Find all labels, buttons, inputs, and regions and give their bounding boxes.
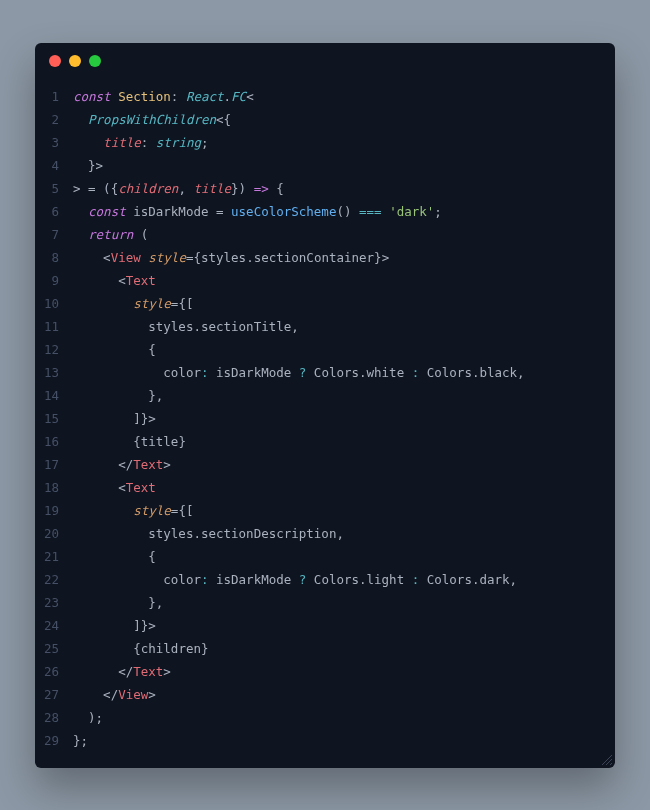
code-line[interactable]: 24 ]}> bbox=[43, 614, 601, 637]
line-number: 7 bbox=[43, 223, 73, 246]
code-content[interactable]: </View> bbox=[73, 683, 601, 706]
code-content[interactable]: <View style={styles.sectionContainer}> bbox=[73, 246, 601, 269]
code-line[interactable]: 26 </Text> bbox=[43, 660, 601, 683]
code-content[interactable]: styles.sectionTitle, bbox=[73, 315, 601, 338]
window-titlebar bbox=[35, 43, 615, 79]
code-line[interactable]: 11 styles.sectionTitle, bbox=[43, 315, 601, 338]
code-content[interactable]: }, bbox=[73, 384, 601, 407]
code-line[interactable]: 6 const isDarkMode = useColorScheme() ==… bbox=[43, 200, 601, 223]
code-content[interactable]: style={[ bbox=[73, 499, 601, 522]
line-number: 17 bbox=[43, 453, 73, 476]
code-content[interactable]: { bbox=[73, 338, 601, 361]
code-content[interactable]: }, bbox=[73, 591, 601, 614]
code-line[interactable]: 16 {title} bbox=[43, 430, 601, 453]
code-content[interactable]: > = ({children, title}) => { bbox=[73, 177, 601, 200]
code-line[interactable]: 1const Section: React.FC< bbox=[43, 85, 601, 108]
resize-handle-icon[interactable] bbox=[602, 755, 612, 765]
code-content[interactable]: ]}> bbox=[73, 407, 601, 430]
code-line[interactable]: 19 style={[ bbox=[43, 499, 601, 522]
line-number: 6 bbox=[43, 200, 73, 223]
code-line[interactable]: 20 styles.sectionDescription, bbox=[43, 522, 601, 545]
line-number: 28 bbox=[43, 706, 73, 729]
code-line[interactable]: 17 </Text> bbox=[43, 453, 601, 476]
line-number: 11 bbox=[43, 315, 73, 338]
code-line[interactable]: 7 return ( bbox=[43, 223, 601, 246]
code-content[interactable]: style={[ bbox=[73, 292, 601, 315]
zoom-icon[interactable] bbox=[89, 55, 101, 67]
code-line[interactable]: 15 ]}> bbox=[43, 407, 601, 430]
code-content[interactable]: return ( bbox=[73, 223, 601, 246]
code-content[interactable]: </Text> bbox=[73, 660, 601, 683]
code-content[interactable]: title: string; bbox=[73, 131, 601, 154]
line-number: 18 bbox=[43, 476, 73, 499]
line-number: 22 bbox=[43, 568, 73, 591]
code-line[interactable]: 3 title: string; bbox=[43, 131, 601, 154]
code-content[interactable]: {title} bbox=[73, 430, 601, 453]
close-icon[interactable] bbox=[49, 55, 61, 67]
code-line[interactable]: 21 { bbox=[43, 545, 601, 568]
line-number: 23 bbox=[43, 591, 73, 614]
line-number: 27 bbox=[43, 683, 73, 706]
code-line[interactable]: 12 { bbox=[43, 338, 601, 361]
line-number: 29 bbox=[43, 729, 73, 752]
code-content[interactable]: <Text bbox=[73, 269, 601, 292]
code-line[interactable]: 22 color: isDarkMode ? Colors.light : Co… bbox=[43, 568, 601, 591]
line-number: 9 bbox=[43, 269, 73, 292]
code-line[interactable]: 29}; bbox=[43, 729, 601, 752]
code-line[interactable]: 9 <Text bbox=[43, 269, 601, 292]
code-content[interactable]: {children} bbox=[73, 637, 601, 660]
line-number: 4 bbox=[43, 154, 73, 177]
code-content[interactable]: { bbox=[73, 545, 601, 568]
line-number: 20 bbox=[43, 522, 73, 545]
line-number: 19 bbox=[43, 499, 73, 522]
code-content[interactable]: const Section: React.FC< bbox=[73, 85, 601, 108]
line-number: 5 bbox=[43, 177, 73, 200]
line-number: 24 bbox=[43, 614, 73, 637]
code-window: 1const Section: React.FC<2 PropsWithChil… bbox=[35, 43, 615, 768]
code-content[interactable]: color: isDarkMode ? Colors.light : Color… bbox=[73, 568, 601, 591]
line-number: 16 bbox=[43, 430, 73, 453]
code-line[interactable]: 5> = ({children, title}) => { bbox=[43, 177, 601, 200]
line-number: 14 bbox=[43, 384, 73, 407]
code-line[interactable]: 18 <Text bbox=[43, 476, 601, 499]
code-line[interactable]: 27 </View> bbox=[43, 683, 601, 706]
minimize-icon[interactable] bbox=[69, 55, 81, 67]
code-line[interactable]: 4 }> bbox=[43, 154, 601, 177]
code-content[interactable]: ); bbox=[73, 706, 601, 729]
code-line[interactable]: 10 style={[ bbox=[43, 292, 601, 315]
code-line[interactable]: 25 {children} bbox=[43, 637, 601, 660]
code-content[interactable]: PropsWithChildren<{ bbox=[73, 108, 601, 131]
line-number: 26 bbox=[43, 660, 73, 683]
code-content[interactable]: </Text> bbox=[73, 453, 601, 476]
code-content[interactable]: ]}> bbox=[73, 614, 601, 637]
code-content[interactable]: styles.sectionDescription, bbox=[73, 522, 601, 545]
code-line[interactable]: 13 color: isDarkMode ? Colors.white : Co… bbox=[43, 361, 601, 384]
svg-line-2 bbox=[610, 763, 612, 765]
code-line[interactable]: 8 <View style={styles.sectionContainer}> bbox=[43, 246, 601, 269]
line-number: 12 bbox=[43, 338, 73, 361]
line-number: 15 bbox=[43, 407, 73, 430]
line-number: 10 bbox=[43, 292, 73, 315]
code-line[interactable]: 2 PropsWithChildren<{ bbox=[43, 108, 601, 131]
code-line[interactable]: 28 ); bbox=[43, 706, 601, 729]
line-number: 2 bbox=[43, 108, 73, 131]
code-content[interactable]: }; bbox=[73, 729, 601, 752]
code-content[interactable]: }> bbox=[73, 154, 601, 177]
line-number: 3 bbox=[43, 131, 73, 154]
line-number: 13 bbox=[43, 361, 73, 384]
line-number: 21 bbox=[43, 545, 73, 568]
code-line[interactable]: 23 }, bbox=[43, 591, 601, 614]
code-content[interactable]: const isDarkMode = useColorScheme() === … bbox=[73, 200, 601, 223]
code-line[interactable]: 14 }, bbox=[43, 384, 601, 407]
code-editor[interactable]: 1const Section: React.FC<2 PropsWithChil… bbox=[35, 79, 615, 758]
code-content[interactable]: color: isDarkMode ? Colors.white : Color… bbox=[73, 361, 601, 384]
line-number: 8 bbox=[43, 246, 73, 269]
line-number: 1 bbox=[43, 85, 73, 108]
code-content[interactable]: <Text bbox=[73, 476, 601, 499]
line-number: 25 bbox=[43, 637, 73, 660]
